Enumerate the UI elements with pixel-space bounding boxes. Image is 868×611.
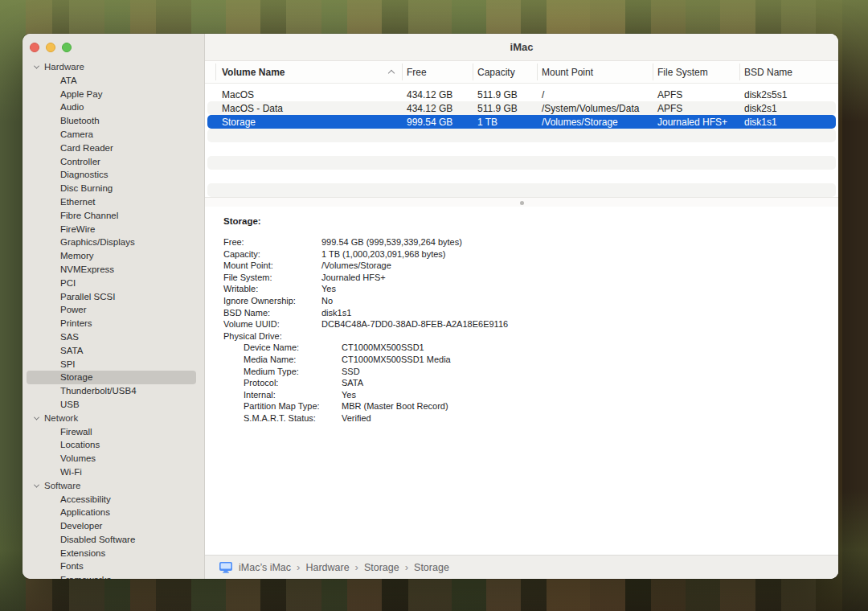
sidebar-item-extensions[interactable]: Extensions	[23, 547, 204, 560]
detail-label: Device Name:	[244, 342, 342, 354]
sidebar-item-volumes[interactable]: Volumes	[23, 452, 204, 465]
table-row-empty	[207, 170, 836, 183]
detail-value: SSD	[342, 366, 360, 378]
sidebar-item-bluetooth[interactable]: Bluetooth	[23, 114, 204, 128]
sidebar-item-locations[interactable]: Locations	[23, 438, 204, 452]
sidebar-item-applications[interactable]: Applications	[23, 506, 204, 519]
sidebar-item-power[interactable]: Power	[23, 303, 204, 317]
column-header-mount-point[interactable]: Mount Point	[537, 61, 653, 83]
column-header-free[interactable]: Free	[402, 61, 473, 83]
detail-label: Free:	[223, 236, 321, 248]
detail-rows: Free:999.54 GB (999,539,339,264 bytes)Ca…	[205, 236, 838, 424]
sidebar-section-label: Hardware	[44, 60, 84, 74]
detail-pane: Storage: Free:999.54 GB (999,539,339,264…	[205, 207, 838, 555]
sidebar-item-developer[interactable]: Developer	[23, 519, 204, 533]
sidebar-item-spi[interactable]: SPI	[23, 358, 204, 371]
chevron-down-icon	[34, 63, 39, 68]
sidebar-item-parallel-scsi[interactable]: Parallel SCSI	[23, 290, 204, 304]
cell-volume-name: MacOS - Data	[207, 103, 402, 114]
detail-label: Writable:	[223, 283, 321, 295]
cell-free: 434.12 GB	[402, 103, 473, 114]
detail-value: Verified	[342, 412, 371, 424]
breadcrumb-separator: ›	[297, 561, 300, 573]
detail-row: Writable:Yes	[205, 283, 838, 295]
cell-mount-point: /System/Volumes/Data	[537, 103, 653, 114]
detail-row: Protocol:SATA	[205, 377, 838, 389]
status-bar: iMac’s iMac›Hardware›Storage›Storage	[205, 555, 838, 579]
close-button[interactable]	[30, 43, 39, 52]
zoom-button[interactable]	[62, 43, 72, 52]
sidebar-section-network[interactable]: Network	[23, 412, 204, 425]
sidebar-item-fibre-channel[interactable]: Fibre Channel	[23, 209, 204, 223]
sidebar-item-memory[interactable]: Memory	[23, 249, 204, 263]
detail-row: File System:Journaled HFS+	[205, 272, 838, 284]
detail-value: DCB4C48A-7DD0-38AD-8FEB-A2A18E6E9116	[321, 318, 508, 330]
detail-row: Internal:Yes	[205, 389, 838, 401]
sidebar-item-printers[interactable]: Printers	[23, 317, 204, 330]
breadcrumb-item[interactable]: Storage	[414, 562, 449, 573]
sidebar-item-wi-fi[interactable]: Wi-Fi	[23, 465, 204, 479]
sidebar-item-storage[interactable]: Storage	[27, 371, 196, 384]
sidebar-section-label: Software	[44, 479, 80, 493]
sidebar-item-thunderbolt-usb4[interactable]: Thunderbolt/USB4	[23, 384, 204, 398]
minimize-button[interactable]	[46, 43, 55, 52]
sidebar-item-sas[interactable]: SAS	[23, 330, 204, 344]
detail-value: CT1000MX500SSD1 Media	[342, 354, 451, 366]
sidebar-item-disabled-software[interactable]: Disabled Software	[23, 533, 204, 547]
sidebar-item-accessibility[interactable]: Accessibility	[23, 493, 204, 506]
detail-row: Media Name:CT1000MX500SSD1 Media	[205, 354, 838, 366]
detail-row: Partition Map Type:MBR (Master Boot Reco…	[205, 400, 838, 412]
detail-row: Free:999.54 GB (999,539,339,264 bytes)	[205, 236, 838, 248]
detail-row: Capacity:1 TB (1,000,203,091,968 bytes)	[205, 248, 838, 260]
table-row-storage[interactable]: Storage999.54 GB1 TB/Volumes/StorageJour…	[207, 115, 836, 129]
detail-value: No	[321, 295, 333, 307]
sidebar-item-apple-pay[interactable]: Apple Pay	[23, 88, 204, 101]
cell-file-system: Journaled HFS+	[653, 117, 739, 128]
pane-splitter[interactable]	[205, 197, 838, 207]
detail-label: S.M.A.R.T. Status:	[244, 412, 342, 424]
sidebar-item-sata[interactable]: SATA	[23, 344, 204, 358]
detail-label: Ignore Ownership:	[223, 295, 321, 307]
column-header-volume-name[interactable]: Volume Name	[205, 61, 402, 83]
detail-row: BSD Name:disk1s1	[205, 307, 838, 319]
sidebar-item-fonts[interactable]: Fonts	[23, 560, 204, 573]
breadcrumb-item[interactable]: iMac’s iMac	[239, 562, 291, 573]
sidebar-category-list: HardwareATAApple PayAudioBluetoothCamera…	[23, 60, 204, 579]
sidebar-item-nvmexpress[interactable]: NVMExpress	[23, 263, 204, 277]
sidebar-item-disc-burning[interactable]: Disc Burning	[23, 182, 204, 195]
sidebar-item-camera[interactable]: Camera	[23, 128, 204, 141]
column-header-bsd-name[interactable]: BSD Name	[739, 61, 838, 83]
breadcrumb-item[interactable]: Storage	[364, 562, 399, 573]
sidebar-section-hardware[interactable]: Hardware	[23, 60, 204, 74]
column-header-label: Free	[407, 67, 427, 78]
sidebar-item-firewall[interactable]: Firewall	[23, 425, 204, 439]
sidebar-item-audio[interactable]: Audio	[23, 100, 204, 114]
sidebar-section-software[interactable]: Software	[23, 479, 204, 493]
sidebar-item-card-reader[interactable]: Card Reader	[23, 141, 204, 155]
sidebar-item-controller[interactable]: Controller	[23, 155, 204, 169]
table-row-macos[interactable]: MacOS434.12 GB511.9 GB/APFSdisk2s5s1	[207, 88, 836, 101]
detail-row: S.M.A.R.T. Status:Verified	[205, 412, 838, 424]
cell-bsd-name: disk1s1	[739, 117, 836, 128]
detail-label: Mount Point:	[223, 260, 321, 272]
sidebar-item-diagnostics[interactable]: Diagnostics	[23, 168, 204, 182]
splitter-grip-icon[interactable]	[520, 201, 524, 205]
sidebar-item-graphics-displays[interactable]: Graphics/Displays	[23, 236, 204, 249]
column-header-file-system[interactable]: File System	[653, 61, 739, 83]
sidebar-item-firewire[interactable]: FireWire	[23, 223, 204, 236]
sidebar-item-frameworks[interactable]: Frameworks	[23, 573, 204, 579]
sidebar-item-pci[interactable]: PCI	[23, 277, 204, 290]
column-header-label: BSD Name	[744, 67, 792, 78]
titlebar[interactable]: iMac	[205, 34, 838, 61]
volumes-table-header: Volume NameFreeCapacityMount PointFile S…	[205, 61, 838, 84]
table-row-macos-data[interactable]: MacOS - Data434.12 GB511.9 GB/System/Vol…	[207, 101, 836, 115]
column-header-label: Capacity	[477, 67, 515, 78]
sidebar-item-ata[interactable]: ATA	[23, 74, 204, 88]
cell-capacity: 511.9 GB	[473, 103, 537, 114]
detail-label: Volume UUID:	[223, 318, 321, 330]
sidebar-item-ethernet[interactable]: Ethernet	[23, 195, 204, 209]
breadcrumb-item[interactable]: Hardware	[305, 562, 349, 573]
sidebar-item-usb[interactable]: USB	[23, 398, 204, 412]
column-header-capacity[interactable]: Capacity	[473, 61, 537, 83]
cell-mount-point: /Volumes/Storage	[537, 117, 653, 128]
